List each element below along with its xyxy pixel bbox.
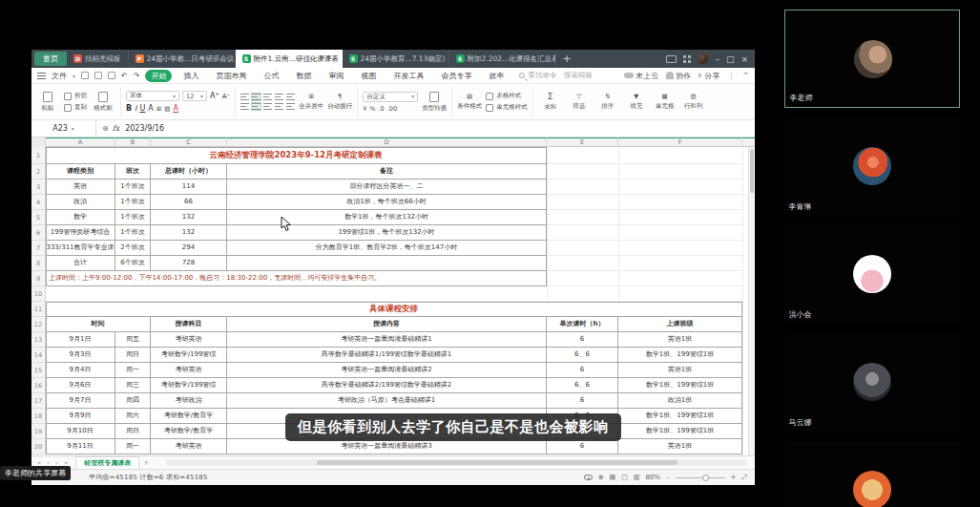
align-bottom-icon[interactable] (263, 94, 272, 100)
document-tab[interactable]: 附加2.202...化课报名汇总表 (449, 50, 556, 68)
sheet-cell[interactable]: 考研数学/199管综 (151, 378, 227, 393)
fx-icon[interactable]: fx (113, 124, 119, 133)
menu-tab-视图[interactable]: 视图 (355, 70, 382, 82)
sheet-cell[interactable]: 6 (547, 363, 618, 378)
insert-function-icon[interactable] (102, 124, 109, 133)
sheet-cell[interactable]: 云南经济管理学院2023年9-12月考研定制课表 (46, 147, 547, 164)
sheet-cell[interactable]: 数学1班，每个班次132小时 (227, 210, 547, 225)
share-button[interactable]: 分享 (699, 71, 719, 81)
sheet-cell[interactable]: 9月3日 (46, 348, 115, 363)
normal-view-icon[interactable] (610, 474, 616, 481)
zoom-slider[interactable] (676, 477, 725, 478)
new-document-tab-button[interactable] (556, 53, 578, 65)
menu-tab-页面布局[interactable]: 页面布局 (210, 70, 252, 82)
apps-grid-icon[interactable] (683, 55, 691, 63)
sheet-cell[interactable]: 294 (151, 241, 227, 256)
sheet-cell[interactable]: 总课时（小时） (151, 164, 227, 180)
sheet-cell[interactable]: 数学1班、199管综1班 (618, 348, 742, 363)
column-header-C[interactable]: C (151, 137, 227, 147)
sheet-cell[interactable]: 6 (547, 332, 618, 348)
participant-tile[interactable]: 马云娜 (784, 333, 960, 432)
sheet-cell[interactable]: 课程类别 (46, 164, 115, 180)
sheet-cell[interactable]: 132 (151, 210, 227, 225)
sheet-cell[interactable]: 数学1班、199管综1班 (618, 409, 742, 424)
sheet-cell[interactable]: 单次课时（h） (547, 317, 618, 332)
sheet-cell[interactable]: 728 (151, 256, 227, 271)
row-number[interactable]: 20 (31, 439, 46, 454)
row-number[interactable]: 7 (31, 241, 46, 256)
sheet-cell[interactable]: 6、6 (547, 378, 618, 393)
document-tab[interactable]: 附件1.云南...研强化课课表 (236, 50, 343, 68)
currency-icon[interactable] (363, 105, 366, 113)
sheet-cell[interactable]: 周四 (115, 393, 151, 409)
sheet-cell[interactable]: 考研政治（马原）考点基础精讲1 (227, 393, 547, 409)
row-number[interactable]: 14 (31, 348, 46, 363)
horizontal-scrollbar[interactable] (166, 459, 747, 466)
sheet-cell[interactable]: 考研数学/教育学 (151, 424, 227, 439)
indent-increase-icon[interactable] (286, 94, 295, 100)
more-options-icon[interactable] (727, 72, 735, 80)
number-format-select[interactable]: 自定义 (363, 92, 418, 102)
align-left-icon[interactable] (240, 103, 249, 110)
sheet-cell[interactable]: 备注 (227, 164, 547, 180)
cells-button[interactable]: 单元格 (653, 93, 678, 111)
sheet-cell[interactable]: 授课内容 (227, 317, 547, 332)
column-header-D[interactable]: D (227, 137, 547, 147)
fill-button[interactable]: 填充 (624, 93, 649, 111)
vertical-scrollbar[interactable] (748, 147, 755, 455)
print-icon[interactable] (94, 72, 102, 79)
participant-tile[interactable] (784, 441, 960, 507)
sheet-cell[interactable]: 政治1班，每个班次66小时 (227, 195, 547, 210)
type-convert-button[interactable]: 类型转换 (422, 92, 447, 113)
fill-color-icon[interactable] (164, 105, 170, 113)
sheet-cell[interactable]: 9月1日 (46, 332, 115, 348)
decrease-decimal-button[interactable]: .00 (387, 105, 397, 113)
zoom-level[interactable]: 80% (645, 474, 660, 481)
row-number[interactable]: 10 (31, 286, 46, 302)
row-number[interactable]: 5 (31, 210, 46, 225)
cell-name-box[interactable]: A23 (31, 120, 96, 137)
align-top-icon[interactable] (240, 94, 249, 100)
conditional-format-button[interactable]: 条件格式 (457, 93, 482, 111)
sheet-cell[interactable]: 1个班次 (115, 210, 151, 225)
row-number[interactable]: 9 (31, 271, 46, 286)
orientation-icon[interactable] (286, 103, 295, 110)
sheet-cell[interactable]: 考研政治 (151, 393, 227, 409)
eye-protection-icon[interactable] (584, 475, 593, 480)
wrap-text-button[interactable]: 自动换行 (327, 93, 352, 111)
row-number[interactable]: 17 (31, 393, 46, 409)
row-number[interactable]: 13 (31, 332, 46, 348)
cloud-status-button[interactable]: 未上云 (624, 71, 658, 81)
sheet-cell[interactable]: 周日 (115, 424, 151, 439)
menu-tab-会员专享[interactable]: 会员专享 (435, 70, 477, 82)
menu-tab-效率[interactable]: 效率 (483, 70, 510, 82)
sheet-cell[interactable]: 周一 (115, 439, 151, 454)
filter-button[interactable]: 筛选 (567, 93, 592, 111)
sheet-tab-active[interactable]: 经管校专属课表 (75, 456, 139, 469)
row-number[interactable]: 4 (31, 195, 46, 210)
cell-style-button[interactable]: 单元格样式 (486, 103, 528, 112)
sheet-cell[interactable]: 6个班次 (115, 256, 151, 271)
page-break-view-icon[interactable] (634, 474, 640, 481)
menu-tab-公式[interactable]: 公式 (258, 70, 284, 82)
command-search[interactable]: 查找命令、搜索模板 (519, 71, 593, 80)
sheet-cell[interactable]: 周三 (115, 378, 151, 393)
column-header-B[interactable]: B (115, 137, 151, 147)
column-header-A[interactable]: A (46, 137, 115, 147)
row-number[interactable]: 2 (31, 164, 46, 180)
sheet-cell[interactable]: 上课时间：上午9:00-12:00，下午14:00-17:00，晚自习：18:3… (46, 271, 547, 286)
sheet-cell[interactable]: 考研英语 (151, 332, 227, 348)
sheet-cell[interactable]: 9月4日 (46, 363, 115, 378)
sheet-cell[interactable]: 考研英语一篇章阅读基础精讲2 (227, 363, 547, 378)
sheet-cell[interactable]: 9月11日 (46, 439, 115, 454)
row-number[interactable]: 19 (31, 424, 46, 439)
vertical-scroll-thumb[interactable] (750, 149, 754, 193)
sheet-cell[interactable]: 英语1班 (618, 332, 742, 348)
participant-tile[interactable]: 李老师 (784, 10, 960, 108)
column-header-E[interactable]: E (547, 137, 618, 147)
document-tab[interactable]: 找稻壳模板 (67, 50, 129, 68)
participant-tile[interactable]: 洪小会 (784, 225, 960, 324)
row-number[interactable]: 18 (31, 409, 46, 424)
sheet-cell[interactable]: 周五 (115, 332, 151, 348)
sheet-cell[interactable]: 班次 (115, 164, 151, 180)
